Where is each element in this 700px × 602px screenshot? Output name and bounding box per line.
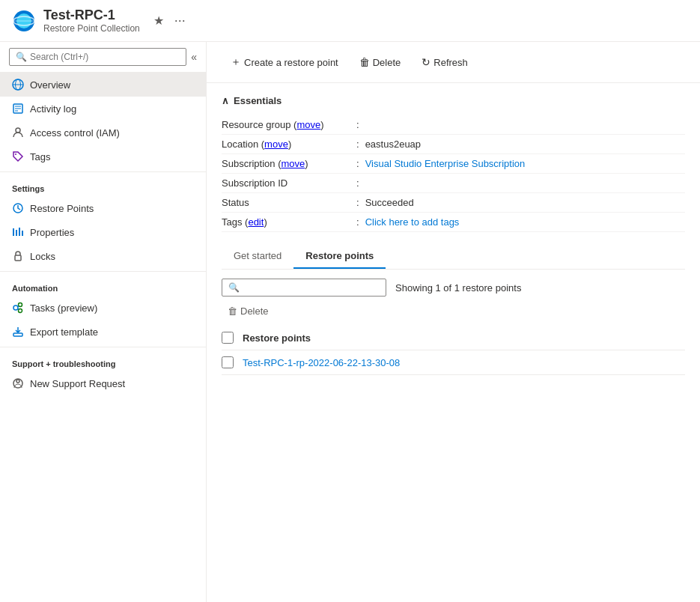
subscription-move-link[interactable]: move (281, 158, 305, 169)
refresh-icon: ↻ (421, 56, 430, 68)
sidebar: 🔍 « Overview Activity log Access control… (0, 42, 207, 602)
main-layout: 🔍 « Overview Activity log Access control… (0, 42, 700, 602)
delete-icon: 🗑 (228, 305, 237, 317)
resource-group-move-link[interactable]: move (296, 119, 320, 130)
search-bar: 🔍 « (0, 42, 206, 73)
sidebar-item-locks[interactable]: Locks (0, 244, 206, 268)
sidebar-item-overview[interactable]: Overview (0, 73, 206, 97)
settings-section-header: Settings (0, 175, 206, 196)
search-field[interactable] (30, 52, 180, 62)
automation-section-header: Automation (0, 275, 206, 296)
sidebar-item-restore-points[interactable]: Restore Points (0, 196, 206, 220)
tags-edit-link[interactable]: edit (248, 216, 264, 228)
row-checkbox[interactable] (222, 356, 234, 368)
restore-point-link[interactable]: Test-RPC-1-rp-2022-06-22-13-30-08 (243, 357, 400, 368)
search-icon: 🔍 (16, 52, 27, 62)
lock-icon (12, 250, 24, 262)
content-tabs: Get started Restore points (222, 244, 685, 270)
svg-rect-14 (13, 228, 14, 236)
tasks-icon (12, 302, 24, 314)
table-delete-button[interactable]: 🗑 Delete (222, 302, 275, 320)
divider (0, 171, 206, 172)
essentials-grid: Resource group (move) : Location (move) … (222, 115, 685, 232)
restore-points-toolbar: 🔍 Showing 1 of 1 restore points (222, 279, 685, 297)
export-template-icon (12, 326, 24, 338)
essentials-row-status: Status : Succeeded (222, 193, 685, 213)
sidebar-item-label: Tasks (preview) (30, 302, 97, 314)
svg-point-20 (19, 303, 22, 307)
sidebar-item-label: New Support Request (30, 378, 125, 389)
showing-count: Showing 1 of 1 restore points (395, 282, 521, 294)
sidebar-item-tasks[interactable]: Tasks (preview) (0, 296, 206, 320)
delete-button[interactable]: 🗑 Delete (350, 52, 410, 73)
page-subtitle: Restore Point Collection (43, 23, 140, 34)
favorite-button[interactable]: ★ (153, 13, 164, 28)
sidebar-item-label: Activity log (30, 103, 76, 115)
essentials-row-location: Location (move) : eastus2euap (222, 135, 685, 154)
location-move-link[interactable]: move (264, 139, 288, 150)
sidebar-item-tags[interactable]: Tags (0, 145, 206, 168)
main-toolbar: ＋ Create a restore point 🗑 Delete ↻ Refr… (207, 42, 700, 83)
globe-icon (12, 79, 24, 91)
sidebar-item-label: Access control (IAM) (30, 127, 120, 139)
essentials-row-tags: Tags (edit) : Click here to add tags (222, 213, 685, 232)
resource-icon (12, 9, 36, 33)
sidebar-item-iam[interactable]: Access control (IAM) (0, 121, 206, 145)
essentials-section-title[interactable]: ∧ Essentials (222, 95, 685, 106)
table-row: Test-RPC-1-rp-2022-06-22-13-30-08 (222, 350, 685, 375)
iam-icon (12, 127, 24, 139)
svg-line-23 (18, 308, 19, 310)
svg-rect-24 (13, 333, 22, 336)
svg-rect-18 (15, 255, 21, 261)
sidebar-item-label: Overview (30, 79, 70, 91)
restore-points-search-input[interactable] (243, 282, 380, 293)
tab-get-started[interactable]: Get started (222, 244, 293, 269)
more-options-button[interactable]: ··· (174, 13, 186, 28)
activity-log-icon (12, 103, 24, 115)
sidebar-item-label: Export template (30, 326, 98, 338)
support-icon (12, 377, 24, 389)
content-area: ∧ Essentials Resource group (move) : Loc… (207, 83, 700, 387)
sidebar-item-label: Properties (30, 227, 74, 238)
sidebar-item-label: Restore Points (30, 203, 94, 214)
page-title: Test-RPC-1 (43, 7, 140, 23)
search-input-wrapper[interactable]: 🔍 (9, 48, 186, 66)
plus-icon: ＋ (231, 55, 241, 69)
support-section-header: Support + troubleshooting (0, 350, 206, 371)
restore-points-section: 🔍 Showing 1 of 1 restore points 🗑 Delete… (222, 279, 685, 375)
sidebar-item-support[interactable]: New Support Request (0, 371, 206, 395)
table-header-row: Restore points (222, 326, 685, 350)
divider (0, 347, 206, 347)
svg-point-26 (16, 380, 19, 383)
sidebar-item-activity-log[interactable]: Activity log (0, 97, 206, 121)
create-restore-point-button[interactable]: ＋ Create a restore point (222, 51, 347, 73)
chevron-up-icon: ∧ (222, 95, 229, 106)
select-all-checkbox[interactable] (222, 332, 234, 344)
sidebar-item-label: Locks (30, 251, 55, 262)
delete-icon: 🗑 (359, 56, 370, 68)
svg-rect-17 (22, 231, 23, 236)
restore-points-search-box[interactable]: 🔍 (222, 279, 386, 297)
refresh-button[interactable]: ↻ Refresh (413, 52, 477, 73)
essentials-row-resource-group: Resource group (move) : (222, 115, 685, 135)
header-title-block: Test-RPC-1 Restore Point Collection (43, 7, 140, 34)
add-tags-link[interactable]: Click here to add tags (365, 216, 460, 228)
svg-rect-16 (19, 228, 20, 236)
svg-point-19 (13, 305, 18, 310)
tags-icon (12, 150, 24, 162)
tab-restore-points[interactable]: Restore points (293, 244, 386, 269)
collapse-sidebar-button[interactable]: « (191, 51, 197, 63)
essentials-row-subscription-id: Subscription ID : (222, 174, 685, 193)
svg-line-22 (18, 306, 19, 308)
main-content: ＋ Create a restore point 🗑 Delete ↻ Refr… (207, 42, 700, 602)
subscription-link[interactable]: Visual Studio Enterprise Subscription (365, 158, 526, 169)
search-icon: 🔍 (228, 282, 240, 293)
sidebar-item-properties[interactable]: Properties (0, 220, 206, 244)
svg-point-21 (19, 309, 22, 313)
page-header: Test-RPC-1 Restore Point Collection ★ ··… (0, 0, 700, 42)
essentials-row-subscription: Subscription (move) : Visual Studio Ente… (222, 154, 685, 174)
svg-point-12 (15, 153, 16, 155)
svg-rect-15 (16, 230, 17, 236)
properties-icon (12, 226, 24, 238)
sidebar-item-export-template[interactable]: Export template (0, 320, 206, 344)
